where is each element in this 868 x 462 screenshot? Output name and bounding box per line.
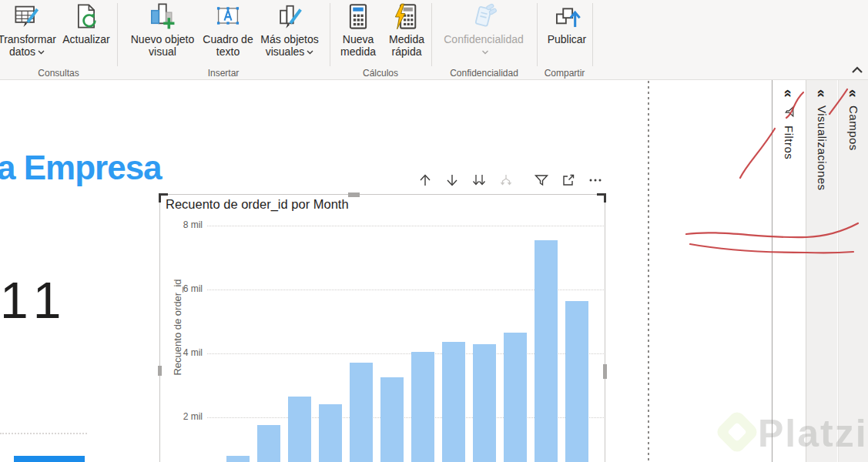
resize-handle-left[interactable]: [158, 366, 162, 376]
expand-pane-icon[interactable]: «: [782, 89, 796, 98]
nueva-medida-button[interactable]: Nueva medida: [333, 0, 384, 77]
more-options-icon[interactable]: [588, 172, 603, 188]
more-visuals-pencil-icon: [253, 0, 327, 33]
gridline: [207, 226, 604, 226]
nuevo-objeto-visual-button[interactable]: Nuevo objeto visual: [122, 0, 203, 77]
y-axis-tick-label: 4 mil: [166, 347, 203, 358]
bar-month-7[interactable]: [411, 352, 434, 462]
button-label: Nueva: [343, 33, 374, 45]
group-label-compartir: Compartir: [537, 68, 592, 79]
platzi-diamond-logo: [714, 409, 759, 454]
bar-month-8[interactable]: [442, 342, 465, 462]
dropdown-caret-icon: [307, 50, 313, 55]
button-label: Confidencialidad: [444, 33, 524, 45]
quick-measure-lightning-icon: [382, 0, 431, 33]
bar-month-6[interactable]: [380, 377, 404, 462]
page-title: a Empresa: [0, 149, 162, 187]
group-separator: [592, 3, 593, 66]
plot-area: 2 mil4 mil6 mil8 mil: [160, 195, 605, 462]
y-axis-tick-label: 8 mil: [166, 219, 203, 230]
publish-up-arrow-icon: [541, 0, 593, 33]
card-accent-bar: [14, 456, 85, 462]
button-label: Más objetos: [260, 33, 318, 45]
bar-month-1[interactable]: [226, 456, 250, 462]
bar-month-11[interactable]: [535, 240, 558, 462]
button-label: Transformar: [0, 33, 56, 45]
pane-title: Campos: [847, 105, 860, 151]
go-to-next-level-icon[interactable]: [471, 172, 487, 188]
button-label: Medida: [389, 33, 424, 45]
bar-month-9[interactable]: [473, 344, 496, 462]
bar-month-4[interactable]: [319, 404, 342, 462]
group-label-insertar: Insertar: [117, 68, 330, 79]
button-label: Cuadro de: [203, 33, 253, 45]
button-label: rápida: [392, 45, 422, 58]
visualizations-pane-collapsed[interactable]: « Visualizaciones: [806, 80, 837, 462]
ribbon: Transformar datos Actualizar Nuevo objet…: [0, 0, 868, 80]
drill-up-icon[interactable]: [417, 172, 433, 188]
cuadro-de-texto-button[interactable]: Cuadro de texto: [199, 0, 257, 77]
bar-month-3[interactable]: [288, 397, 311, 462]
expand-pane-icon[interactable]: «: [846, 89, 861, 98]
bar-month-10[interactable]: [504, 333, 527, 462]
medida-rapida-button[interactable]: Medida rápida: [382, 0, 431, 77]
filters-pane-collapsed[interactable]: « Filtros: [772, 80, 806, 462]
dropdown-caret-icon: [481, 50, 489, 55]
bar-month-2[interactable]: [257, 425, 280, 462]
group-separator: [537, 3, 538, 66]
expand-pane-icon[interactable]: «: [815, 89, 829, 98]
chevron-up-icon: [851, 66, 863, 74]
resize-handle-top-left[interactable]: [159, 193, 168, 203]
group-label-consultas: Consultas: [0, 68, 117, 79]
bar-chart-visual[interactable]: Recuento de order_id por Month Recuento …: [159, 194, 605, 462]
refresh-document-icon: [54, 0, 119, 33]
text-box-icon: [199, 0, 257, 33]
button-label: Publicar: [548, 33, 587, 45]
red-pen-stroke: [740, 129, 775, 178]
group-separator: [431, 3, 432, 66]
button-label: medida: [340, 45, 376, 58]
publicar-button[interactable]: Publicar: [541, 0, 593, 77]
group-separator: [117, 3, 118, 66]
button-label: datos: [9, 45, 35, 58]
bar-month-5[interactable]: [350, 363, 373, 462]
drill-down-icon[interactable]: [444, 172, 460, 188]
group-separator: [330, 3, 330, 66]
filter-icon[interactable]: [534, 172, 549, 188]
focus-mode-icon[interactable]: [561, 172, 576, 188]
group-label-calculos: Cálculos: [330, 68, 431, 79]
sensitivity-label-icon: [436, 0, 531, 33]
card-value: 11: [0, 271, 70, 330]
y-axis-tick-label: 6 mil: [166, 283, 203, 294]
collapse-ribbon-button[interactable]: [847, 63, 867, 77]
button-label: Nuevo objeto: [131, 33, 195, 45]
dropdown-caret-icon: [38, 50, 45, 55]
y-axis-tick-label: 2 mil: [166, 411, 203, 422]
page-boundary-dashed-line: [648, 81, 649, 462]
resize-handle-top[interactable]: [348, 192, 360, 197]
button-label: texto: [216, 45, 240, 58]
new-visual-icon: [122, 0, 203, 33]
fields-pane-collapsed[interactable]: « Campos: [838, 80, 868, 462]
button-label: Actualizar: [62, 33, 109, 45]
visual-header-toolbar: [406, 172, 603, 188]
bar-month-12[interactable]: [565, 301, 588, 462]
group-label-confidencialidad: Confidencialidad: [431, 68, 537, 79]
actualizar-button[interactable]: Actualizar: [54, 0, 119, 77]
button-label: visual: [149, 45, 176, 58]
expand-all-icon[interactable]: [498, 172, 514, 188]
pane-title: Visualizaciones: [816, 105, 829, 191]
confidencialidad-button: Confidencialidad: [436, 0, 531, 77]
pane-title: Filtros: [783, 126, 796, 159]
calculator-icon: [333, 0, 384, 33]
mas-objetos-visuales-button[interactable]: Más objetos visuales: [253, 0, 327, 77]
filter-icon: [783, 105, 796, 118]
card-divider: [0, 433, 87, 434]
button-label: visuales: [266, 45, 305, 58]
resize-handle-right[interactable]: [603, 364, 607, 379]
resize-handle-top-right[interactable]: [597, 193, 606, 203]
